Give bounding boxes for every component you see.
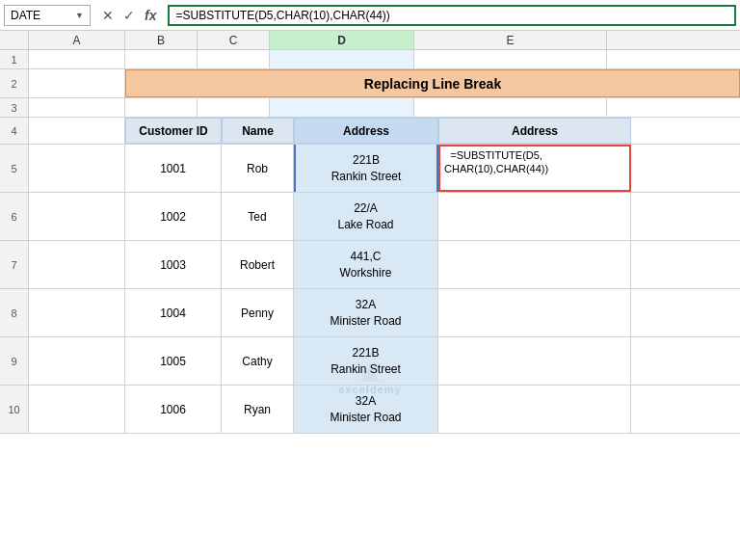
cell-1d[interactable]	[270, 50, 414, 68]
cell-8-name[interactable]: Penny	[222, 289, 294, 336]
cell-7-customer-id[interactable]: 1003	[125, 241, 222, 288]
address-6-wrap: 22/A Lake Road	[337, 200, 393, 233]
cell-7-name[interactable]: Robert	[222, 241, 294, 288]
cell-7-address[interactable]: 441,C Workshire	[294, 241, 438, 288]
row-num-5: 5	[0, 145, 29, 192]
address-9-wrap: 221B Rankin Street	[330, 345, 401, 378]
row-num-6: 6	[0, 193, 29, 240]
cell-8-address[interactable]: 32A Minister Road	[294, 289, 438, 336]
cell-2a[interactable]	[29, 69, 125, 97]
title-cell: Replacing Line Break	[125, 69, 740, 97]
cell-6a[interactable]	[29, 193, 125, 240]
col-header-b[interactable]: B	[125, 31, 198, 49]
cell-10a[interactable]	[29, 386, 125, 433]
grid-row-2: 2 Replacing Line Break	[0, 69, 740, 98]
address-5-wrap: 221B Rankin Street	[331, 152, 402, 185]
cell-6-address[interactable]: 22/A Lake Road	[294, 193, 438, 240]
spreadsheet-title: Replacing Line Break	[364, 76, 501, 92]
cell-9-address[interactable]: 221B Rankin Street	[294, 337, 438, 385]
grid-row-6: 6 1002 Ted 22/A Lake Road	[0, 193, 740, 241]
cell-3a[interactable]	[29, 98, 125, 117]
header-address2[interactable]: Address	[438, 118, 631, 144]
grid-container: 1 2 Replacing Line Break 3 4	[0, 50, 740, 434]
row-num-4: 4	[0, 118, 29, 144]
grid-row-10: 10 1006 Ryan 32A Minister Road	[0, 386, 740, 434]
cancel-icon[interactable]: ✕	[98, 6, 118, 25]
cell-5-formula[interactable]: =SUBSTITUTE(D5,CHAR(10),CHAR(44))	[438, 145, 631, 192]
cell-10-e[interactable]	[438, 386, 631, 433]
formula-icons: ✕ ✓ fx	[94, 6, 164, 25]
cell-9a[interactable]	[29, 337, 125, 385]
row-num-header	[0, 31, 29, 49]
row-num-3: 3	[0, 98, 29, 117]
formula-display-5: =SUBSTITUTE(D5,CHAR(10),CHAR(44))	[444, 148, 548, 176]
cell-8-e[interactable]	[438, 289, 631, 336]
address-8-wrap: 32A Minister Road	[330, 297, 401, 330]
cell-3b[interactable]	[125, 98, 198, 117]
grid-row-7: 7 1003 Robert 441,C Workshire	[0, 241, 740, 289]
row-num-7: 7	[0, 241, 29, 288]
col-header-d[interactable]: D	[270, 31, 414, 49]
name-box-arrow-icon: ▼	[75, 11, 84, 20]
address-7-wrap: 441,C Workshire	[340, 249, 392, 281]
confirm-icon[interactable]: ✓	[119, 6, 139, 25]
cell-9-name[interactable]: Cathy	[222, 337, 294, 385]
row-num-2: 2	[0, 69, 29, 97]
top-bar: DATE ▼ ✕ ✓ fx =SUBSTITUTE(D5,CHAR(10),CH…	[0, 0, 740, 31]
cell-6-name[interactable]: Ted	[222, 193, 294, 240]
grid-row-5: 5 1001 Rob 221B Rankin Street =SUBSTITUT…	[0, 145, 740, 193]
function-icon[interactable]: fx	[141, 6, 160, 25]
grid-row-3: 3	[0, 98, 740, 118]
grid-row-1: 1	[0, 50, 740, 69]
cell-7a[interactable]	[29, 241, 125, 288]
col-header-e[interactable]: E	[414, 31, 607, 49]
col-header-a[interactable]: A	[29, 31, 125, 49]
formula-bar[interactable]: =SUBSTITUTE(D5,CHAR(10),CHAR(44))	[168, 5, 736, 26]
cell-8-customer-id[interactable]: 1004	[125, 289, 222, 336]
header-name[interactable]: Name	[222, 118, 294, 144]
cell-5-name[interactable]: Rob	[222, 145, 294, 192]
cell-1c[interactable]	[198, 50, 270, 68]
col-header-c[interactable]: C	[198, 31, 270, 49]
header-address1[interactable]: Address	[294, 118, 438, 144]
cell-5a[interactable]	[29, 145, 125, 192]
cell-5-customer-id[interactable]: 1001	[125, 145, 222, 192]
cell-1e[interactable]	[414, 50, 607, 68]
grid-row-4: 4 Customer ID Name Address Address	[0, 118, 740, 145]
address-10-wrap: 32A Minister Road	[330, 393, 401, 426]
row-num-8: 8	[0, 289, 29, 336]
formula-text: =SUBSTITUTE(D5,CHAR(10),CHAR(44))	[175, 9, 389, 22]
cell-3e[interactable]	[414, 98, 607, 117]
cell-9-e[interactable]	[438, 337, 631, 385]
cell-10-name[interactable]: Ryan	[222, 386, 294, 433]
row-num-1: 1	[0, 50, 29, 68]
cell-5-address[interactable]: 221B Rankin Street	[294, 145, 438, 192]
header-customer-id[interactable]: Customer ID	[125, 118, 222, 144]
cell-8a[interactable]	[29, 289, 125, 336]
name-box[interactable]: DATE ▼	[4, 5, 91, 26]
cell-4a[interactable]	[29, 118, 125, 144]
cell-10-address[interactable]: 32A Minister Road	[294, 386, 438, 433]
row-num-10: 10	[0, 386, 29, 433]
cell-6-customer-id[interactable]: 1002	[125, 193, 222, 240]
cell-7-e[interactable]	[438, 241, 631, 288]
cell-3d[interactable]	[270, 98, 414, 117]
cell-1a[interactable]	[29, 50, 125, 68]
name-box-value: DATE	[11, 9, 40, 22]
cell-10-customer-id[interactable]: 1006	[125, 386, 222, 433]
col-headers: A B C D E	[0, 31, 740, 50]
grid-row-8: 8 1004 Penny 32A Minister Road	[0, 289, 740, 337]
cell-3c[interactable]	[198, 98, 270, 117]
cell-9-customer-id[interactable]: 1005	[125, 337, 222, 385]
row-num-9: 9	[0, 337, 29, 385]
cell-6-e[interactable]	[438, 193, 631, 240]
grid-row-9: 9 1005 Cathy 221B Rankin Street	[0, 337, 740, 386]
grid-wrapper: 1 2 Replacing Line Break 3 4	[0, 50, 740, 434]
cell-1b[interactable]	[125, 50, 198, 68]
